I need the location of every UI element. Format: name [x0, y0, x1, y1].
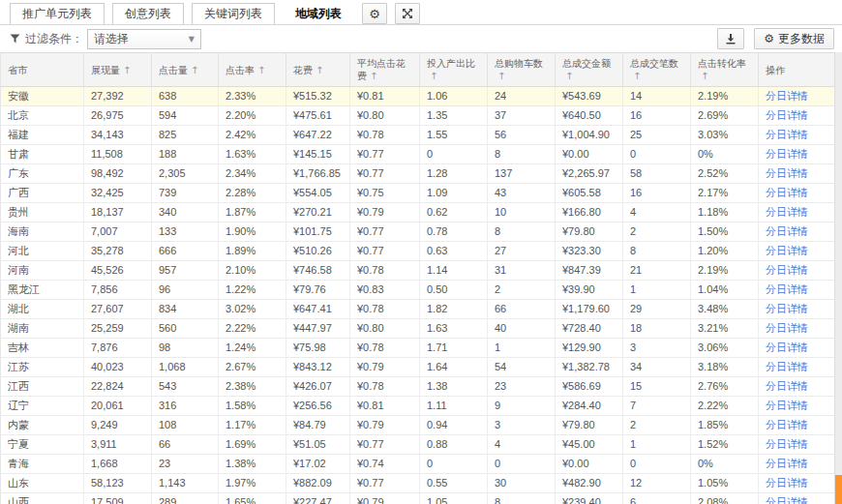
sort-asc-icon: ↑: [191, 65, 198, 75]
cell-impressions: 35,278: [84, 242, 152, 261]
table-row: 海南 7,007 133 1.90% ¥101.75 ¥0.77 0.78 8 …: [1, 222, 835, 242]
cell-carts: 27: [488, 242, 556, 261]
sort-asc-icon: ↑: [370, 71, 377, 81]
table-row: 湖北 27,607 834 3.02% ¥647.41 ¥0.78 1.82 6…: [1, 300, 835, 319]
cell-carts: 2: [488, 281, 556, 300]
cell-cvr: 2.22%: [691, 397, 759, 416]
daily-detail-link[interactable]: 分日详情: [766, 322, 808, 334]
cell-impressions: 25,259: [84, 319, 152, 339]
daily-detail-link[interactable]: 分日详情: [766, 419, 808, 430]
cell-ctr: 1.89%: [219, 242, 286, 261]
cell-orders: 0: [623, 455, 691, 474]
cell-avg-cpc: ¥0.81: [350, 87, 420, 106]
daily-detail-link[interactable]: 分日详情: [766, 458, 808, 469]
tab[interactable]: 地域列表: [283, 3, 354, 24]
vertical-scrollbar[interactable]: [834, 52, 842, 504]
cell-avg-cpc: ¥0.78: [350, 377, 420, 397]
cell-roi: 0.62: [420, 203, 488, 222]
fullscreen-button[interactable]: [395, 3, 420, 24]
sort-asc-icon: ↑: [257, 65, 265, 75]
cell-carts: 23: [488, 377, 556, 397]
daily-detail-link[interactable]: 分日详情: [766, 167, 808, 179]
cell-roi: 1.64: [420, 358, 488, 377]
daily-detail-link[interactable]: 分日详情: [766, 225, 808, 237]
daily-detail-link[interactable]: 分日详情: [766, 341, 808, 353]
column-header[interactable]: 花费↑: [286, 53, 350, 87]
daily-detail-link[interactable]: 分日详情: [766, 129, 808, 140]
cell-roi: 1.63: [420, 319, 488, 339]
column-header[interactable]: 点击量↑: [152, 53, 219, 87]
cell-avg-cpc: ¥0.78: [350, 261, 420, 281]
daily-detail-link[interactable]: 分日详情: [766, 283, 808, 295]
cell-action: 分日详情: [759, 493, 835, 504]
cell-clicks: 96: [152, 281, 219, 300]
cell-roi: 1.38: [420, 377, 488, 397]
cell-cvr: 2.76%: [691, 377, 759, 397]
table-row: 山东 58,123 1,143 1.97% ¥882.09 ¥0.77 0.55…: [1, 474, 835, 493]
cell-cost: ¥145.15: [286, 145, 350, 164]
column-header[interactable]: 点击率↑: [219, 53, 286, 87]
filter-select[interactable]: 请选择 ▼: [87, 29, 201, 49]
daily-detail-link[interactable]: 分日详情: [766, 90, 808, 102]
cell-revenue: ¥728.40: [556, 319, 623, 339]
cell-impressions: 20,061: [84, 397, 152, 416]
daily-detail-link[interactable]: 分日详情: [766, 496, 808, 504]
cell-action: 分日详情: [759, 184, 835, 203]
cell-ctr: 1.63%: [219, 145, 286, 164]
daily-detail-link[interactable]: 分日详情: [766, 109, 808, 121]
cell-revenue: ¥166.80: [556, 203, 623, 222]
tab[interactable]: 关键词列表: [192, 3, 275, 24]
cell-clicks: 66: [152, 435, 219, 455]
column-header[interactable]: 操作: [759, 53, 835, 87]
tab[interactable]: 创意列表: [112, 3, 184, 24]
column-header[interactable]: 点击转化率↑: [691, 53, 759, 87]
tab[interactable]: 推广单元列表: [10, 3, 105, 24]
daily-detail-link[interactable]: 分日详情: [766, 187, 808, 198]
cell-action: 分日详情: [759, 145, 835, 164]
cell-orders: 21: [623, 261, 691, 281]
daily-detail-link[interactable]: 分日详情: [766, 477, 808, 489]
cell-carts: 40: [488, 319, 556, 339]
more-data-button[interactable]: ⚙ 更多数据: [754, 28, 834, 49]
region-table: 省市 展现量↑ 点击量↑ 点击率↑ 花费↑ 平均点击花费↑ 投入产出比↑ 总购: [0, 52, 834, 504]
column-header[interactable]: 投入产出比↑: [420, 53, 488, 87]
download-button[interactable]: [717, 28, 744, 49]
cell-cost: ¥843.12: [286, 358, 350, 377]
cell-impressions: 98,492: [84, 164, 152, 184]
daily-detail-link[interactable]: 分日详情: [766, 148, 808, 160]
cell-avg-cpc: ¥0.79: [350, 493, 420, 504]
cell-province: 福建: [1, 126, 84, 145]
cell-impressions: 22,824: [84, 377, 152, 397]
scrollbar-thumb[interactable]: [835, 475, 842, 504]
column-header[interactable]: 平均点击花费↑: [350, 53, 420, 87]
cell-province: 江苏: [1, 358, 84, 377]
cell-action: 分日详情: [759, 126, 835, 145]
cell-roi: 0: [420, 455, 488, 474]
daily-detail-link[interactable]: 分日详情: [766, 206, 808, 218]
column-header[interactable]: 总成交金额↑: [556, 53, 623, 87]
daily-detail-link[interactable]: 分日详情: [766, 438, 808, 450]
column-header[interactable]: 省市: [1, 53, 84, 87]
cell-impressions: 27,392: [84, 87, 152, 106]
cell-impressions: 7,876: [84, 339, 152, 358]
cell-cvr: 3.21%: [691, 319, 759, 339]
cell-action: 分日详情: [759, 397, 835, 416]
cell-orders: 18: [623, 319, 691, 339]
column-header[interactable]: 总成交笔数↑: [623, 53, 691, 87]
table-row: 北京 26,975 594 2.20% ¥475.61 ¥0.80 1.35 3…: [1, 106, 835, 126]
daily-detail-link[interactable]: 分日详情: [766, 264, 808, 276]
daily-detail-link[interactable]: 分日详情: [766, 400, 808, 411]
daily-detail-link[interactable]: 分日详情: [766, 245, 808, 256]
daily-detail-link[interactable]: 分日详情: [766, 380, 808, 392]
cell-action: 分日详情: [759, 87, 835, 106]
table-row: 贵州 18,137 340 1.87% ¥270.21 ¥0.79 0.62 1…: [1, 203, 835, 222]
cell-roi: 0.55: [420, 474, 488, 493]
cell-province: 甘肃: [1, 145, 84, 164]
daily-detail-link[interactable]: 分日详情: [766, 361, 808, 372]
download-icon: [725, 33, 737, 44]
daily-detail-link[interactable]: 分日详情: [766, 303, 808, 314]
column-header[interactable]: 总购物车数↑: [488, 53, 556, 87]
column-header[interactable]: 展现量↑: [84, 53, 152, 87]
table-settings-button[interactable]: ⚙: [362, 3, 387, 24]
sort-asc-icon: ↑: [701, 71, 708, 81]
